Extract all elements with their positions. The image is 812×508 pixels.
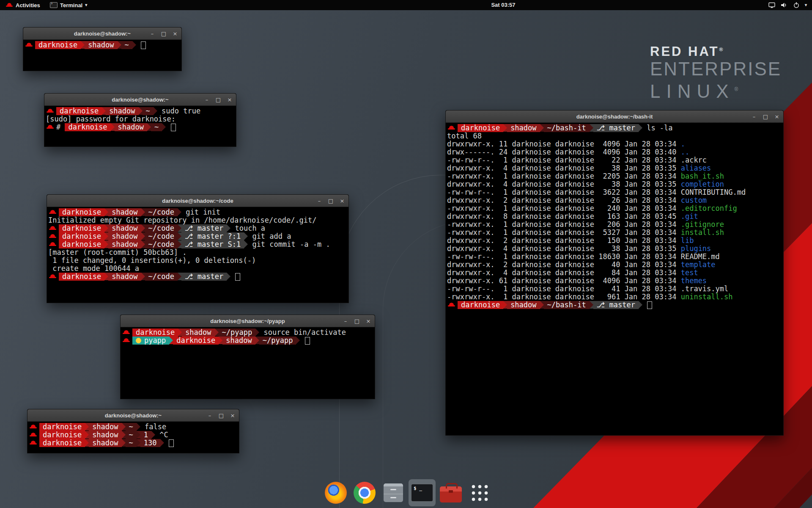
powerline-separator-icon — [227, 273, 230, 280]
terminal-text: install.sh — [681, 229, 724, 237]
terminal-line: darknoiseshadow~ — [25, 41, 181, 49]
window-titlebar[interactable]: darknoise@shadow:~ – □ × — [44, 94, 236, 106]
prompt-segment-path: ~/bash-it — [544, 124, 590, 132]
activities-label: Activities — [16, 2, 40, 8]
close-button[interactable]: × — [365, 318, 371, 324]
minimize-button[interactable]: – — [204, 97, 210, 103]
terminal-line: darknoiseshadow~/code⎇ master touch a — [48, 224, 348, 232]
terminal-line: total 68 — [447, 132, 783, 140]
maximize-button[interactable]: □ — [763, 113, 768, 120]
powerline-separator-icon — [639, 124, 642, 132]
window-title: darknoise@shadow:~/pyapp — [210, 318, 285, 324]
close-button[interactable]: × — [227, 97, 233, 103]
powerline-separator-icon — [227, 224, 230, 232]
terminal-viewport[interactable]: darknoiseshadow~ sudo true[sudo] passwor… — [44, 106, 236, 146]
powerline-separator-icon — [141, 232, 145, 240]
powerline-separator-icon — [104, 240, 108, 248]
prompt-segment-path: ~ — [126, 423, 137, 431]
powerline-separator-icon — [81, 41, 85, 49]
rhel-brand-mark: RED HAT® ENTERPRISE LINUX® — [650, 42, 782, 102]
minimize-button[interactable]: – — [316, 198, 322, 204]
prompt-segment-status: 130 — [140, 439, 160, 447]
terminal-line: # darknoiseshadow~ — [46, 123, 236, 131]
powerline-separator-icon — [104, 224, 108, 232]
terminal-text: Initialized empty Git repository in /hom… — [48, 216, 317, 224]
window-titlebar[interactable]: darknoise@shadow:~ – □ × — [27, 409, 239, 422]
powerline-separator-icon — [132, 41, 136, 49]
maximize-button[interactable]: □ — [328, 198, 334, 204]
redhat-prompt-icon — [30, 431, 37, 439]
powerline-separator-icon — [244, 232, 248, 240]
prompt-segment-venv: pyapp — [132, 337, 169, 345]
minimize-button[interactable]: – — [343, 318, 348, 324]
terminal-line: drwxrwxr-x. 2 darknoise darknoise 40 Jan… — [447, 261, 783, 269]
maximize-button[interactable]: □ — [218, 412, 224, 419]
close-button[interactable]: × — [172, 30, 178, 37]
terminal-text: -rwxrwxr-x. 1 darknoise darknoise 5327 J… — [447, 229, 681, 237]
system-status-area[interactable]: ▾ — [768, 0, 807, 10]
maximize-button[interactable]: □ — [161, 30, 167, 37]
terminal-line: [sudo] password for darknoise: — [46, 115, 236, 123]
prompt-segment-host: shadow — [115, 123, 147, 131]
terminal-line: drwxrwxr-x. 4 darknoise darknoise 38 Jan… — [447, 180, 783, 188]
terminal-line: darknoiseshadow~ false — [29, 423, 239, 431]
powerline-separator-icon — [215, 329, 219, 336]
window-title: darknoise@shadow:~ — [74, 30, 131, 37]
dock-item-toolbox[interactable] — [437, 479, 464, 506]
close-button[interactable]: × — [230, 412, 236, 419]
dock-item-firefox[interactable] — [322, 479, 349, 506]
terminal-line: drwxrwxr-x. 2 darknoise darknoise 150 Ja… — [447, 237, 783, 245]
dock-item-files[interactable] — [380, 479, 407, 506]
powerline-separator-icon — [178, 329, 182, 336]
window-title: darknoise@shadow:~ — [112, 97, 168, 103]
app-menu-button[interactable]: Terminal ▾ — [47, 0, 90, 10]
terminal-line: drwxrwxr-x. 8 darknoise darknoise 163 Ja… — [447, 213, 783, 221]
toolbox-icon — [440, 486, 462, 502]
terminal-viewport[interactable]: darknoiseshadow~/pyapp source bin/activa… — [121, 327, 375, 399]
powerline-separator-icon — [118, 41, 121, 49]
terminal-text: themes — [681, 277, 707, 285]
terminal-viewport[interactable]: darknoiseshadow~/code git initInitialize… — [47, 207, 348, 303]
powerline-separator-icon — [160, 439, 164, 447]
terminal-text: -rw-rw-r--. 1 darknoise darknoise 3622 J… — [447, 188, 746, 196]
powerline-separator-icon — [151, 431, 155, 439]
clock[interactable]: Sat 03:57 — [491, 0, 515, 10]
minimize-button[interactable]: – — [149, 30, 155, 37]
powerline-separator-icon — [122, 423, 126, 431]
prompt-segment-host: shadow — [108, 273, 141, 281]
prompt-segment-path: ~/pyapp — [259, 337, 296, 345]
prompt-segment-git: ⎇ master — [593, 124, 639, 132]
activities-button[interactable]: Activities — [3, 0, 43, 10]
prompt-segment-path: ~ — [126, 431, 137, 439]
minimize-button[interactable]: – — [751, 113, 757, 120]
prompt-segment-path: ~/code — [145, 240, 178, 248]
prompt-segment-host: shadow — [89, 431, 121, 439]
redhat-prompt-icon — [47, 107, 54, 115]
terminal-text: bash_it.sh — [681, 172, 724, 180]
terminal-text: drwxrwxr-x. 2 darknoise darknoise 150 Ja… — [447, 237, 681, 245]
terminal-line: -rw-rw-r--. 1 darknoise darknoise 22 Jan… — [447, 156, 783, 164]
minimize-button[interactable]: – — [207, 412, 213, 419]
dock-item-chrome[interactable] — [351, 479, 378, 506]
close-button[interactable]: × — [774, 113, 780, 120]
powerline-separator-icon — [141, 224, 145, 232]
redhat-logo-icon — [6, 2, 13, 8]
powerline-separator-icon — [244, 240, 248, 248]
maximize-button[interactable]: □ — [354, 318, 360, 324]
window-titlebar[interactable]: darknoise@shadow:~ – □ × — [23, 28, 181, 40]
close-button[interactable]: × — [339, 198, 345, 204]
dock-item-app-grid[interactable] — [466, 479, 493, 506]
terminal-viewport[interactable]: darknoiseshadow~/bash-it⎇ master ls -lat… — [446, 123, 783, 435]
redhat-prompt-icon — [49, 232, 56, 240]
terminal-line: -rwxrwxr-x. 1 darknoise darknoise 2205 J… — [447, 172, 783, 180]
terminal-window-sudo: darknoise@shadow:~ – □ × darknoiseshadow… — [44, 93, 236, 147]
maximize-button[interactable]: □ — [215, 97, 221, 103]
prompt-segment-git: ⎇ master — [593, 301, 639, 309]
window-titlebar[interactable]: darknoise@shadow:~/pyapp – □ × — [121, 315, 375, 327]
brand-redhat: RED HAT — [650, 44, 719, 59]
terminal-viewport[interactable]: darknoiseshadow~ — [23, 40, 181, 71]
terminal-viewport[interactable]: darknoiseshadow~ falsedarknoiseshadow~1 … — [27, 422, 239, 453]
window-titlebar[interactable]: darknoise@shadow:~/code – □ × — [47, 195, 348, 207]
dock-item-terminal[interactable] — [409, 479, 436, 506]
window-titlebar[interactable]: darknoise@shadow:~/bash-it – □ × — [446, 110, 783, 123]
